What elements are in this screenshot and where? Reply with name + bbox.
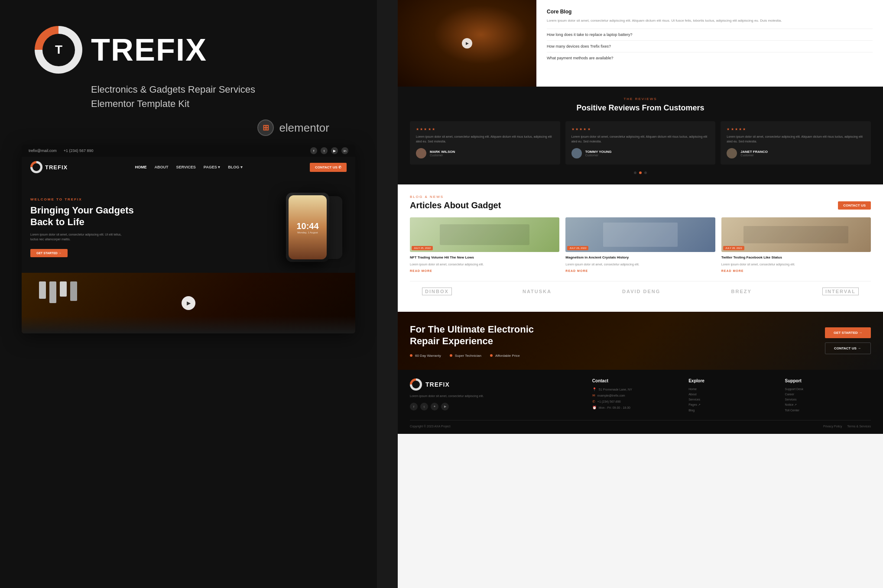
play-button[interactable]: ▶ — [182, 296, 195, 310]
footer-support-toll[interactable]: Toll Center — [785, 409, 871, 412]
footer-instagram-icon[interactable]: ✦ — [431, 403, 438, 410]
footer-email: ✉ example@trefix.com — [592, 394, 678, 397]
footer-twitter-icon[interactable]: t — [420, 403, 428, 410]
blog-card-read-3[interactable]: READ MORE — [721, 269, 871, 272]
right-top-section: ▶ Core Blog Lorem ipsum dolor sit amet, … — [398, 0, 883, 87]
nav-link-pages[interactable]: PAGES ▾ — [204, 165, 220, 169]
cta-banner: For The Ultimate Electronic Repair Exper… — [398, 312, 883, 370]
footer-support-notice[interactable]: Notice ↗ — [785, 403, 871, 407]
hero-title: Bringing Your Gadgets Back to Life — [30, 205, 225, 228]
footer-copyright: Copyright © 2023 AXA Project — [410, 425, 451, 428]
footer-terms-link[interactable]: Terms & Services — [847, 425, 871, 428]
brand-name: TREFIX — [91, 32, 207, 68]
blog-card-title-1: NFT Trading Volume Hit The New Lows — [410, 255, 559, 260]
site-nav: TREFIX HOME ABOUT SERVICES PAGES ▾ BLOG … — [22, 157, 355, 178]
review-stars-1: ★ ★ ★ ★ ★ — [416, 127, 554, 131]
footer-support-career[interactable]: Career — [785, 393, 871, 396]
blog-cta-button[interactable]: CONTACT US — [838, 201, 871, 210]
footer-phone-text: +1 (234) 567-890 — [597, 400, 621, 403]
nav-cta-label: CONTACT US ✆ — [315, 165, 341, 169]
footer-legal-links: Privacy Policy Terms & Services — [823, 425, 871, 428]
cta-primary-button[interactable]: GET STARTED → — [825, 327, 871, 338]
footer-address: 📍 51 Promenade Lane, NY — [592, 388, 678, 391]
phone-time: 10:44 — [296, 221, 318, 231]
rt-blog-text: Lorem ipsum dolor sit amet, consectetur … — [547, 18, 873, 23]
hero-cta-button[interactable]: GET STARTED → — [30, 249, 68, 257]
footer-logo: TREFIX — [410, 378, 582, 391]
footer-explore-about[interactable]: About — [688, 393, 774, 396]
site-repair-section: ▶ — [22, 273, 355, 333]
faq-item-2[interactable]: How many devices does Trefix fixes? — [547, 40, 873, 52]
footer-explore-services[interactable]: Services — [688, 398, 774, 401]
footer-contact-col: Contact 📍 51 Promenade Lane, NY ✉ exampl… — [592, 378, 678, 414]
dot-3[interactable] — [644, 171, 647, 174]
cta-secondary-label: CONTACT US → — [834, 346, 861, 350]
youtube-icon: ▶ — [331, 147, 338, 154]
review-text-2: Lorem ipsum dolor sit amet, consectetur … — [571, 135, 710, 144]
footer-social-links: f t ✦ ▶ — [410, 403, 582, 410]
footer-logo-circle — [410, 378, 422, 391]
footer-top: TREFIX Lorem ipsum dolor sit amet, conse… — [410, 378, 871, 414]
blog-card-date-3: JULY 28, 2022 — [723, 246, 744, 250]
review-stars-3: ★ ★ ★ ★ ★ — [727, 127, 865, 131]
review-card-2: ★ ★ ★ ★ ★ Lorem ipsum dolor sit amet, co… — [565, 121, 716, 165]
footer-privacy-link[interactable]: Privacy Policy — [823, 425, 842, 428]
footer-description: Lorem ipsum dolor sit amet, consectetur … — [410, 394, 582, 399]
cta-title: For The Ultimate Electronic Repair Exper… — [410, 324, 557, 347]
cta-feature-2: Super Technician — [450, 354, 481, 358]
blog-section: BLOG & NEWS Articles About Gadget CONTAC… — [398, 184, 883, 312]
blog-card-2: JULY 26, 2022 Magnetism in Ancient Cryst… — [565, 217, 715, 272]
nav-logo-circle — [30, 161, 42, 173]
review-name-block-3: JANET FRANCO Customer — [740, 150, 768, 157]
blog-card-read-2[interactable]: READ MORE — [565, 269, 715, 272]
reviews-pagination — [410, 171, 871, 174]
blog-card-image-2: JULY 26, 2022 — [565, 217, 715, 252]
footer-youtube-icon[interactable]: ▶ — [441, 403, 449, 410]
cta-feature-label-2: Super Technician — [455, 354, 481, 358]
facebook-icon: f — [310, 147, 317, 154]
cta-feature-label-1: 60 Day Warranty — [415, 354, 441, 358]
footer-explore-blog[interactable]: Blog — [688, 409, 774, 412]
nav-link-home[interactable]: HOME — [135, 165, 146, 169]
cta-primary-label: GET STARTED → — [834, 331, 862, 335]
nav-link-services[interactable]: SERVICES — [176, 165, 195, 169]
linkedin-icon: in — [341, 147, 348, 154]
review-author-1: MARK WILSON Customer — [416, 148, 554, 158]
review-name-block-1: MARK WILSON Customer — [430, 150, 455, 157]
review-role-3: Customer — [740, 154, 768, 157]
footer-email-text: example@trefix.com — [597, 394, 625, 397]
footer-explore-home[interactable]: Home — [688, 388, 774, 391]
brand-logo-5: INTERVAL — [822, 288, 859, 295]
review-author-2: TOMMY YOUNG Customer — [571, 148, 710, 158]
footer-support-desk[interactable]: Support Desk — [785, 388, 871, 391]
footer-explore-pages[interactable]: Pages ↗ — [688, 403, 774, 407]
reviews-eyebrow: THE REVIEWS — [410, 97, 871, 101]
faq-item-3[interactable]: What payment methods are available? — [547, 52, 873, 64]
cta-content: For The Ultimate Electronic Repair Exper… — [410, 324, 557, 358]
dot-2[interactable] — [639, 171, 642, 174]
nav-link-blog[interactable]: BLOG ▾ — [228, 165, 243, 169]
brand-logo-1: DINBOX — [422, 288, 452, 295]
logo-letter: T — [42, 34, 75, 66]
nav-link-about[interactable]: ABOUT — [154, 165, 168, 169]
topbar-contact: trefix@mail.com +1 (234) 567 890 — [29, 149, 93, 153]
dot-1[interactable] — [634, 171, 636, 174]
faq-item-1[interactable]: How long does it take to replace a lapto… — [547, 29, 873, 40]
blog-header: Articles About Gadget CONTACT US — [410, 200, 871, 210]
cta-secondary-button[interactable]: CONTACT US → — [825, 342, 871, 354]
rt-play-button[interactable]: ▶ — [462, 38, 472, 48]
twitter-icon: t — [321, 147, 328, 154]
nav-cta-button[interactable]: CONTACT US ✆ — [310, 163, 347, 172]
blog-title: Articles About Gadget — [410, 200, 501, 210]
blog-card-read-1[interactable]: READ MORE — [410, 269, 559, 272]
cta-buttons: GET STARTED → CONTACT US → — [825, 327, 871, 354]
site-topbar: trefix@mail.com +1 (234) 567 890 f t ▶ i… — [22, 145, 355, 157]
footer-facebook-icon[interactable]: f — [410, 403, 418, 410]
topbar-phone: +1 (234) 567 890 — [64, 149, 94, 153]
footer-support-services[interactable]: Services — [785, 398, 871, 401]
nav-links: HOME ABOUT SERVICES PAGES ▾ BLOG ▾ — [135, 165, 242, 169]
site-footer: TREFIX Lorem ipsum dolor sit amet, conse… — [398, 370, 883, 434]
review-card-1: ★ ★ ★ ★ ★ Lorem ipsum dolor sit amet, co… — [410, 121, 560, 165]
blog-card-date-2: JULY 26, 2022 — [567, 246, 588, 250]
phone-date: Monday, 1 August — [297, 231, 318, 234]
